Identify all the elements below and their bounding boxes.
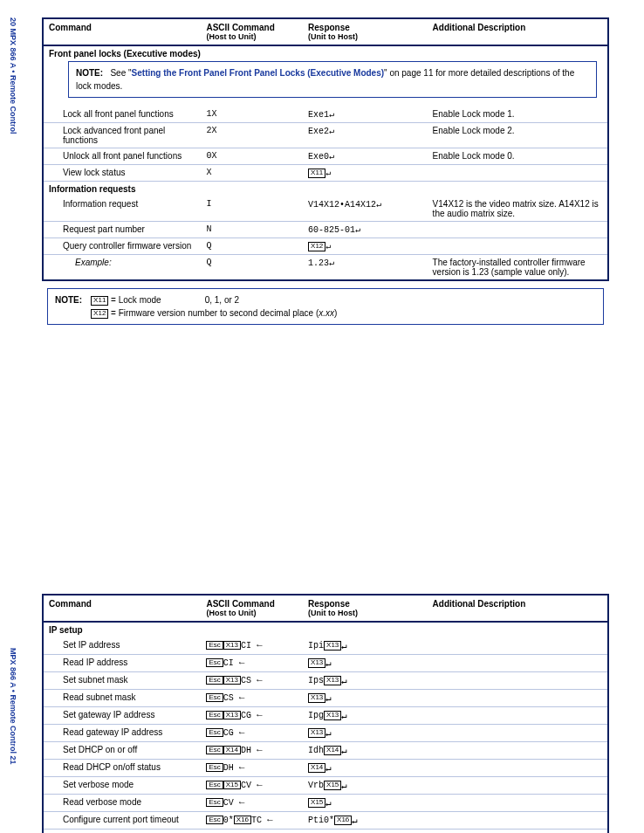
table-row: Query controller firmware versionQX12↵ bbox=[43, 238, 608, 255]
table-row: Lock advanced front panel functions2XExe… bbox=[43, 123, 608, 148]
table-row: Read DHCP on/off statusEscDH ←X14↵ bbox=[43, 760, 608, 777]
table-row: View lock statusXX11↵ bbox=[43, 165, 608, 182]
link-exec-modes[interactable]: Setting the Front Panel Front Panel Lock… bbox=[132, 68, 385, 78]
hdr-resp-sub: (Unit to Host) bbox=[303, 32, 428, 45]
note-box-1: NOTE: X11 = Lock mode 0, 1, or 2 X12 = F… bbox=[47, 288, 604, 325]
table-row: Read current port timeoutEsc0TC ←X16↵ bbox=[43, 830, 608, 834]
table-row: Unlock all front panel functions0XExe0↵E… bbox=[43, 148, 608, 165]
command-table-2: Command ASCII Command Response Additiona… bbox=[42, 594, 609, 833]
table-row: Set verbose modeEscX15CV ←VrbX15↵ bbox=[43, 777, 608, 795]
table-row: Configure current port timeoutEsc0*X16TC… bbox=[43, 812, 608, 830]
table-row: Information requestIV14X12•A14X12↵V14X12… bbox=[43, 196, 608, 222]
table-row: Set IP addressEscX13CI ←IpiX13↵ bbox=[43, 637, 608, 655]
hdr-ascii: ASCII Command bbox=[201, 18, 303, 32]
section-ip: IP setup bbox=[43, 622, 608, 637]
hdr-desc: Additional Description bbox=[428, 18, 608, 32]
page-21: MPX 866 A • Remote Control 21 Command AS… bbox=[0, 576, 644, 833]
side-label-2: MPX 866 A • Remote Control 21 bbox=[9, 648, 21, 833]
hdr-command: Command bbox=[43, 18, 201, 32]
section-info: Information requests bbox=[43, 182, 608, 197]
table-row: Example:Q1.23↵The factory-installed cont… bbox=[43, 255, 608, 281]
hdr-ascii-sub: (Host to Unit) bbox=[201, 32, 303, 45]
table-row: Lock all front panel functions1XExe1↵Ena… bbox=[43, 107, 608, 123]
hdr-response: Response bbox=[303, 18, 428, 32]
table-row: Read IP addressEscCI ←X13↵ bbox=[43, 655, 608, 672]
command-table-1: Command ASCII Command Response Additiona… bbox=[42, 17, 609, 281]
page-20: 20 MPX 866 A • Remote Control Command AS… bbox=[0, 0, 644, 419]
table-row: Set gateway IP addressEscX13CG ←IpgX13↵ bbox=[43, 707, 608, 725]
section-locks: Front panel locks (Executive modes) bbox=[43, 45, 608, 61]
table-row: Set subnet maskEscX13CS ←IpsX13↵ bbox=[43, 672, 608, 690]
table-row: Set DHCP on or offEscX14DH ←IdhX14↵ bbox=[43, 742, 608, 760]
note-locks: NOTE: See "Setting the Front Panel Front… bbox=[68, 61, 597, 98]
table-row: Read gateway IP addressEscCG ←X13↵ bbox=[43, 725, 608, 742]
table-row: Read subnet maskEscCS ←X13↵ bbox=[43, 690, 608, 707]
side-label-1: 20 MPX 866 A • Remote Control bbox=[9, 17, 21, 367]
table-row: Read verbose modeEscCV ←X15↵ bbox=[43, 795, 608, 812]
table-row: Request part numberN60-825-01↵ bbox=[43, 222, 608, 238]
